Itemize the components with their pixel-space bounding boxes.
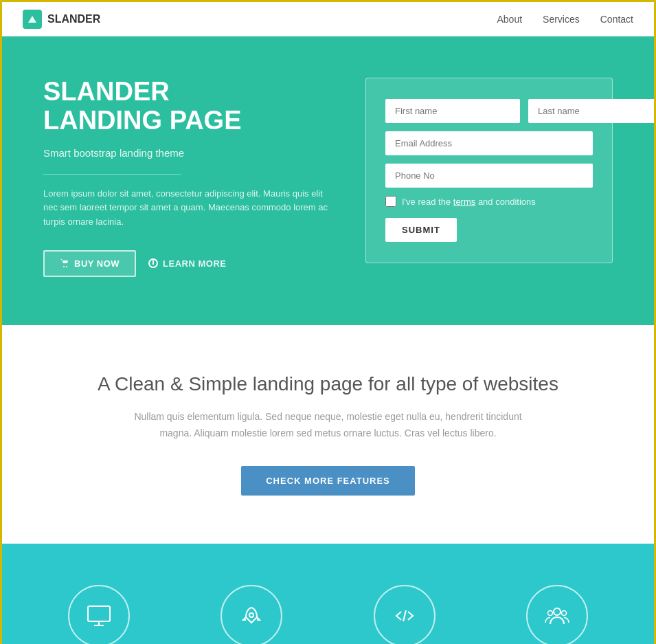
email-input[interactable] bbox=[385, 131, 593, 155]
svg-rect-5 bbox=[88, 606, 110, 621]
terms-link[interactable]: terms bbox=[453, 197, 476, 207]
svg-point-12 bbox=[561, 610, 566, 615]
svg-point-8 bbox=[249, 613, 253, 617]
rocket-icon bbox=[238, 602, 265, 630]
terms-row: I've read the terms and conditions bbox=[385, 196, 593, 207]
features-button[interactable]: CHECK MORE FEATURES bbox=[241, 466, 415, 496]
middle-body: Nullam quis elementum ligula. Sed neque … bbox=[122, 409, 534, 442]
name-row bbox=[385, 99, 593, 123]
feature-code: Clean Coded Sed dolor nisl, blandit nec … bbox=[335, 585, 474, 644]
responsive-icon-circle bbox=[68, 585, 130, 644]
hero-subtitle: Smart bootstrap landing theme bbox=[43, 145, 332, 162]
users-icon bbox=[543, 602, 571, 630]
terms-label: I've read the terms and conditions bbox=[402, 197, 536, 207]
brand-name: SLANDER bbox=[47, 13, 100, 25]
nav-services[interactable]: Services bbox=[543, 14, 580, 25]
phone-input[interactable] bbox=[385, 164, 593, 188]
buy-now-button[interactable]: BUY NOW bbox=[43, 250, 136, 277]
email-row bbox=[385, 131, 593, 155]
nav-about[interactable]: About bbox=[497, 14, 522, 25]
code-icon-circle bbox=[374, 585, 436, 644]
nav-links: About Services Contact bbox=[497, 14, 633, 25]
nav-contact[interactable]: Contact bbox=[600, 14, 633, 25]
terms-checkbox[interactable] bbox=[385, 196, 396, 207]
brand-icon bbox=[23, 10, 42, 29]
feature-launch: Quick Launch Sed dolor nisl, blandit nec… bbox=[182, 585, 321, 644]
svg-line-9 bbox=[403, 610, 406, 621]
monitor-icon bbox=[85, 602, 113, 630]
hero-buttons: BUY NOW LEARN MORE bbox=[43, 250, 332, 277]
circle-icon bbox=[148, 258, 158, 268]
feature-clients: Clients Loving Sed dolor nisl, blandit n… bbox=[488, 585, 626, 644]
hero-body: Lorem ipsum dolor sit amet, consectetur … bbox=[43, 187, 332, 230]
brand: SLANDER bbox=[23, 10, 100, 29]
feature-responsive: Responsive Design Sed dolor nisl, blandi… bbox=[30, 585, 168, 644]
svg-point-4 bbox=[153, 260, 154, 261]
svg-point-11 bbox=[547, 610, 552, 615]
navbar: SLANDER About Services Contact bbox=[2, 2, 654, 36]
middle-section: A Clean & Simple landing page for all ty… bbox=[2, 325, 654, 544]
middle-heading: A Clean & Simple landing page for all ty… bbox=[43, 373, 613, 395]
phone-row bbox=[385, 164, 593, 188]
svg-point-10 bbox=[554, 608, 561, 615]
submit-button[interactable]: SUBMIT bbox=[385, 218, 457, 242]
learn-more-button[interactable]: LEARN MORE bbox=[148, 258, 226, 269]
first-name-input[interactable] bbox=[385, 99, 520, 123]
svg-point-1 bbox=[66, 266, 67, 267]
features-section: Responsive Design Sed dolor nisl, blandi… bbox=[2, 544, 654, 644]
cart-icon bbox=[60, 258, 69, 268]
hero-divider bbox=[43, 174, 181, 175]
features-grid: Responsive Design Sed dolor nisl, blandi… bbox=[30, 585, 626, 644]
launch-icon-circle bbox=[220, 585, 282, 644]
last-name-input[interactable] bbox=[528, 99, 656, 123]
hero-section: SLANDER LANDING PAGE Smart bootstrap lan… bbox=[2, 36, 654, 325]
svg-point-0 bbox=[63, 266, 65, 267]
hero-title: SLANDER LANDING PAGE bbox=[43, 78, 332, 135]
hero-content: SLANDER LANDING PAGE Smart bootstrap lan… bbox=[43, 78, 332, 277]
clients-icon-circle bbox=[526, 585, 588, 644]
code-icon bbox=[391, 602, 418, 630]
hero-form: I've read the terms and conditions SUBMI… bbox=[365, 78, 613, 263]
